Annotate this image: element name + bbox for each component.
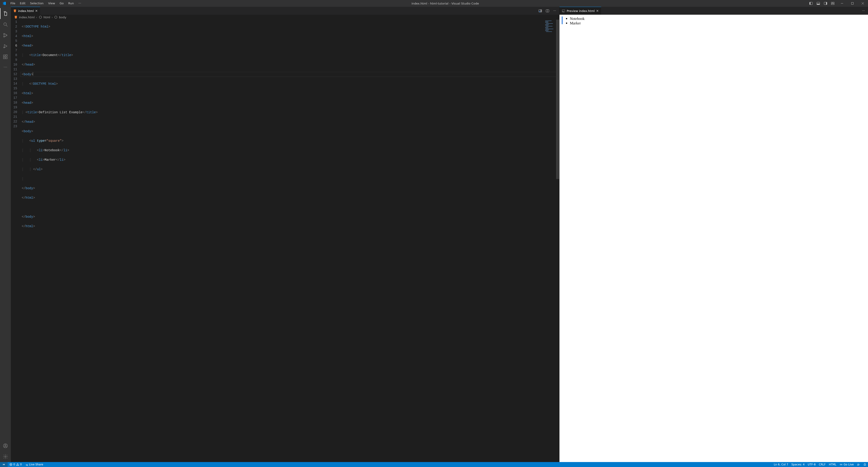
svg-point-52 bbox=[27, 465, 28, 466]
code-editor[interactable]: 1234567891011121314151617181920212223 <!… bbox=[11, 20, 559, 462]
menu-selection[interactable]: Selection bbox=[28, 0, 46, 7]
svg-point-24 bbox=[5, 445, 6, 446]
breadcrumb-file[interactable]: index.html bbox=[19, 15, 35, 19]
language-status[interactable]: HTML bbox=[827, 463, 838, 466]
toggle-panel-left-icon[interactable] bbox=[808, 0, 814, 7]
close-button[interactable] bbox=[858, 0, 868, 7]
svg-rect-32 bbox=[545, 22, 548, 22]
svg-rect-8 bbox=[831, 4, 834, 5]
tab-preview[interactable]: Preview index.html ✕ bbox=[559, 7, 601, 15]
remote-indicator[interactable] bbox=[0, 462, 8, 467]
maximize-button[interactable] bbox=[847, 0, 858, 7]
close-tab-icon[interactable]: ✕ bbox=[35, 9, 38, 13]
window-title: index.html - html-tutorial - Visual Stud… bbox=[84, 2, 807, 5]
svg-rect-37 bbox=[546, 26, 553, 26]
svg-line-14 bbox=[6, 25, 7, 26]
settings-gear-icon[interactable] bbox=[0, 451, 11, 462]
vscode-logo-icon bbox=[0, 1, 8, 5]
more-actions-icon[interactable]: ··· bbox=[860, 7, 867, 15]
svg-rect-21 bbox=[6, 57, 7, 59]
svg-point-28 bbox=[539, 11, 540, 12]
html-file-icon bbox=[13, 9, 17, 13]
chevron-right-icon: › bbox=[52, 15, 53, 19]
toggle-panel-bottom-icon[interactable] bbox=[815, 0, 822, 7]
svg-point-18 bbox=[4, 47, 4, 48]
svg-rect-31 bbox=[545, 21, 552, 21]
split-editor-icon[interactable] bbox=[544, 7, 551, 15]
more-actions-icon[interactable]: ··· bbox=[552, 7, 558, 15]
svg-rect-36 bbox=[545, 25, 548, 26]
menu-file[interactable]: File bbox=[8, 0, 18, 7]
eol-status[interactable]: CRLF bbox=[817, 463, 827, 466]
svg-rect-20 bbox=[3, 57, 5, 59]
code-lines[interactable]: <!DOCTYPE html> <html> <head> │ <title>D… bbox=[20, 20, 559, 462]
svg-rect-5 bbox=[826, 2, 827, 5]
go-live-status[interactable]: Go Live bbox=[838, 463, 855, 466]
close-tab-icon[interactable]: ✕ bbox=[596, 9, 599, 13]
chevron-right-icon: › bbox=[36, 15, 37, 19]
window-controls bbox=[837, 0, 868, 7]
svg-rect-22 bbox=[6, 55, 7, 56]
svg-rect-7 bbox=[833, 2, 834, 3]
editor-group-right: Preview index.html ✕ ··· Notebook Marker bbox=[559, 7, 868, 462]
tab-index-html[interactable]: index.html ✕ bbox=[11, 7, 40, 15]
title-bar: File Edit Selection View Go Run ··· inde… bbox=[0, 0, 868, 7]
minimap[interactable] bbox=[545, 20, 556, 31]
extensions-icon[interactable] bbox=[0, 52, 11, 62]
tab-label: index.html bbox=[18, 9, 34, 13]
tab-label: Preview index.html bbox=[567, 9, 595, 13]
accounts-icon[interactable] bbox=[0, 440, 11, 451]
breadcrumbs[interactable]: index.html › html › body bbox=[11, 15, 559, 20]
notifications-icon[interactable] bbox=[862, 463, 868, 466]
preview-list: Notebook Marker bbox=[565, 17, 585, 460]
overview-ruler[interactable] bbox=[556, 20, 559, 462]
search-icon[interactable] bbox=[0, 19, 11, 30]
svg-point-17 bbox=[6, 35, 7, 36]
svg-rect-10 bbox=[851, 2, 854, 4]
menu-go[interactable]: Go bbox=[57, 0, 66, 7]
tabs-row-right: Preview index.html ✕ ··· bbox=[559, 7, 868, 15]
svg-point-25 bbox=[5, 456, 6, 457]
customize-layout-icon[interactable] bbox=[830, 0, 836, 7]
activity-bar: ··· bbox=[0, 7, 11, 462]
svg-rect-43 bbox=[546, 31, 552, 32]
preview-scroll-indicator bbox=[562, 17, 563, 24]
run-debug-icon[interactable] bbox=[0, 41, 11, 52]
toggle-panel-right-icon[interactable] bbox=[822, 0, 829, 7]
svg-rect-6 bbox=[831, 2, 833, 3]
svg-rect-1 bbox=[810, 2, 811, 5]
source-control-icon[interactable] bbox=[0, 30, 11, 41]
html-file-icon bbox=[14, 15, 18, 19]
editor-group-left: index.html ✕ ··· index.html › html › bod… bbox=[11, 7, 559, 462]
svg-rect-39 bbox=[545, 28, 548, 28]
feedback-icon[interactable] bbox=[855, 463, 862, 466]
text-cursor bbox=[33, 72, 33, 76]
svg-point-13 bbox=[4, 23, 6, 26]
breadcrumb-body[interactable]: body bbox=[59, 15, 66, 19]
symbol-icon bbox=[54, 15, 58, 19]
line-numbers: 1234567891011121314151617181920212223 bbox=[11, 20, 20, 462]
svg-rect-40 bbox=[546, 29, 553, 29]
open-preview-side-icon[interactable] bbox=[537, 7, 544, 15]
preview-list-item: Notebook bbox=[570, 17, 585, 21]
tabs-row-left: index.html ✕ ··· bbox=[11, 7, 559, 15]
indentation-status[interactable]: Spaces: 4 bbox=[790, 463, 806, 466]
svg-point-53 bbox=[841, 464, 842, 465]
svg-rect-35 bbox=[545, 24, 549, 25]
minimize-button[interactable] bbox=[837, 0, 847, 7]
menu-run[interactable]: Run bbox=[66, 0, 76, 7]
menu-edit[interactable]: Edit bbox=[18, 0, 28, 7]
encoding-status[interactable]: UTF-8 bbox=[806, 463, 817, 466]
explorer-icon[interactable] bbox=[0, 8, 11, 19]
layout-controls bbox=[807, 0, 837, 7]
svg-point-16 bbox=[4, 36, 5, 37]
breadcrumb-html[interactable]: html bbox=[43, 15, 51, 19]
problems-status[interactable]: 0 0 bbox=[8, 463, 23, 466]
menu-view[interactable]: View bbox=[46, 0, 57, 7]
cursor-position-status[interactable]: Ln 6, Col 7 bbox=[772, 463, 790, 466]
live-share-status[interactable]: Live Share bbox=[23, 463, 45, 466]
overflow-icon[interactable]: ··· bbox=[0, 62, 11, 71]
svg-rect-27 bbox=[540, 9, 541, 12]
menu-overflow-icon[interactable]: ··· bbox=[76, 0, 84, 7]
preview-icon bbox=[562, 9, 565, 13]
